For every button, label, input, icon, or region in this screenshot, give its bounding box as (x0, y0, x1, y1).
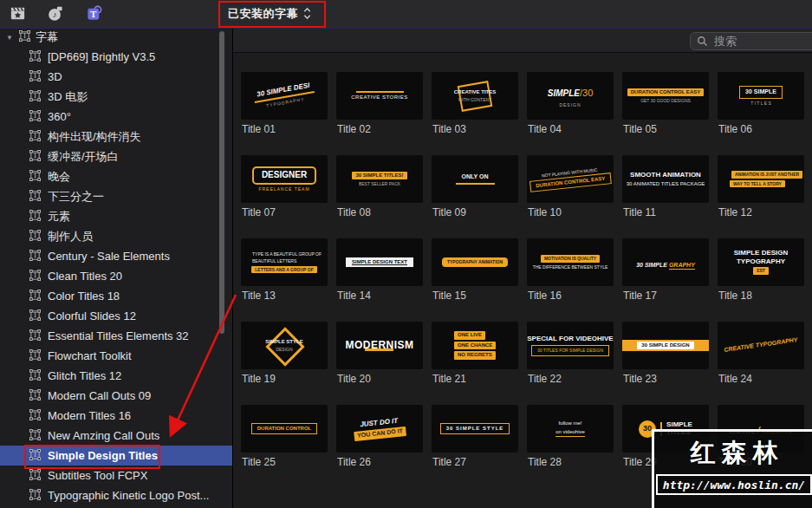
title-thumbnail[interactable]: TYPE IS A BEAUTIFUL GROUP OFBEAUTIFUL LE… (241, 238, 328, 286)
sidebar-root-label: 字幕 (36, 29, 58, 45)
titles-generators-browser-icon[interactable]: T (82, 3, 105, 25)
title-thumbnail[interactable]: CREATIVE TYPOGRAPHY (718, 322, 804, 369)
title-thumbnail[interactable]: DURATION CONTROL EASYGET 30 GOOD DESIGNS (622, 72, 709, 120)
sidebar-item-label: Clean Titles 20 (48, 270, 122, 283)
title-thumbnail[interactable]: 30 SIMPLE TITLES!BEST SELLER PACK (336, 155, 423, 203)
sidebar-item[interactable]: TColorful Slides 12 (0, 306, 232, 326)
title-thumbnail[interactable]: ONE LIVEONE CHANCENO REGRETS (432, 322, 518, 369)
effects-browser-icon[interactable] (6, 3, 29, 25)
title-thumbnail[interactable]: 30 SIMPLE DESITYPOGRAPHY (241, 72, 328, 120)
svg-text:♪: ♪ (52, 10, 56, 19)
title-label: Title 14 (337, 290, 423, 302)
sidebar-item[interactable]: TFlowchart Toolkit (0, 346, 232, 366)
title-thumbnail[interactable]: TYPOGRAPHY ANIMATION (432, 238, 518, 286)
disclosure-triangle-icon[interactable]: ▼ (6, 34, 14, 42)
title-label: Title 20 (337, 373, 423, 385)
svg-text:T: T (33, 52, 37, 60)
sidebar-item[interactable]: T3D 电影 (0, 87, 232, 107)
sidebar-item[interactable]: TColor Titles 18 (0, 286, 232, 306)
sidebar-item[interactable]: T缓冲器/开场白 (0, 147, 232, 166)
title-thumbnail[interactable]: NOT PLAYING WITH MUSICDURATION CONTROL E… (527, 155, 614, 203)
thumbnail-design: 30 SIMPLET I T L E S (718, 72, 804, 120)
svg-text:T: T (33, 471, 37, 479)
sidebar-item[interactable]: T360° (0, 107, 232, 127)
sidebar-item[interactable]: T制作人员 (0, 226, 232, 246)
title-label: Title 06 (718, 123, 804, 135)
thumbnail-design: 30 SIMPLE TITLES!BEST SELLER PACK (336, 155, 423, 203)
sidebar-item[interactable]: T下三分之一 (0, 186, 232, 206)
svg-text:T: T (33, 411, 37, 419)
sidebar-item[interactable]: TModern Titles 16 (0, 406, 232, 426)
thumbnail-art: CREATIVE TITES (454, 89, 497, 96)
title-tile: MOTIVATION IS QUALITYTHE DIFFERENCE BETW… (527, 238, 614, 302)
title-label: Title 27 (432, 456, 518, 468)
thumbnail-art-part: 30 SIMPLE (636, 262, 669, 268)
sidebar-item-label: Color Titles 18 (48, 290, 120, 303)
title-thumbnail[interactable]: SIMPLE DESIGNTYPOGRAPHYEST (718, 238, 804, 286)
title-thumbnail[interactable]: DESIGNERFREELANCE TEAM (241, 155, 328, 203)
sidebar-item[interactable]: T晚会 (0, 166, 232, 186)
search-input[interactable] (712, 34, 794, 49)
search-field[interactable] (690, 32, 812, 50)
thumbnail-art: TYPOGRAPHY ANIMATION (442, 257, 508, 266)
sidebar-item[interactable]: TGlitch Titles 12 (0, 366, 232, 386)
sidebar-item[interactable]: T构件出现/构件消失 (0, 127, 232, 147)
title-thumbnail[interactable]: MOTIVATION IS QUALITYTHE DIFFERENCE BETW… (527, 238, 614, 286)
title-thumbnail[interactable]: follow me!on videohive (527, 405, 614, 453)
svg-text:T: T (33, 172, 37, 179)
sidebar-item[interactable]: TClean Titles 20 (0, 266, 232, 286)
sidebar-item[interactable]: TEssential Titles Elements 32 (0, 326, 232, 346)
title-label: Title 19 (242, 373, 328, 385)
sidebar-item[interactable]: T元素 (0, 206, 232, 226)
installed-titles-dropdown-label: 已安装的字幕 (228, 6, 298, 22)
title-thumbnail[interactable]: SIMPLE/30DESIGN (527, 72, 614, 120)
sidebar-item[interactable]: TModern Call Outs 09 (0, 386, 232, 406)
title-thumbnail[interactable]: 30 SIMPLET I T L E S (718, 72, 804, 120)
title-thumbnail[interactable]: 30 SIMPLE DESIGN (622, 322, 709, 369)
title-thumbnail[interactable]: SIMPLE STYLEDESIGN (241, 322, 328, 369)
title-tile: SPECIAL FOR VIDEOHIVE30 TITLES FOR SIMPL… (527, 322, 614, 385)
thumbnail-design: SIMPLE DESIGN TEXT (336, 238, 423, 286)
installed-titles-dropdown[interactable]: 已安装的字幕 (223, 3, 316, 24)
title-tile: DURATION CONTROL EASYGET 30 GOOD DESIGNS… (622, 72, 709, 135)
title-thumbnail[interactable]: JUST DO ITYOU CAN DO IT (336, 405, 423, 453)
thumbnail-art: ONLY ON (461, 173, 488, 181)
sidebar-item[interactable]: T3D (0, 67, 232, 87)
sidebar-item[interactable]: TSubtitles Tool FCPX (0, 466, 232, 485)
thumbnail-design: 30 SIMPLE STYLE (432, 405, 518, 453)
titles-category-icon: T (29, 448, 41, 464)
title-thumbnail[interactable]: SMOOTH ANIMATION30 ANIMATED TITLES PACKA… (622, 155, 709, 203)
title-tile: 30 SIMPLE TITLES!BEST SELLER PACKTitle 0… (336, 155, 423, 218)
title-thumbnail[interactable]: CREATIVE TITESWITH CONTENT (432, 72, 518, 120)
sidebar-item[interactable]: TCentury - Sale Elements (0, 246, 232, 266)
title-label: Title 21 (432, 373, 518, 385)
svg-text:T: T (33, 351, 37, 359)
sidebar-item[interactable]: TNew Amzing Call Outs (0, 426, 232, 446)
title-thumbnail[interactable]: SIMPLE DESIGN TEXT (336, 238, 423, 286)
titles-category-icon: T (29, 329, 41, 344)
svg-text:T: T (33, 331, 37, 339)
svg-text:T: T (33, 291, 37, 299)
title-thumbnail[interactable]: 30 SIMPLE GRAPHY (622, 238, 709, 286)
thumbnail-design: CREATIVE STORIES (336, 72, 423, 120)
svg-text:T: T (33, 132, 37, 140)
title-thumbnail[interactable]: DURATION CONTROL (241, 405, 328, 453)
thumbnail-art: FREELANCE TEAM (258, 186, 309, 192)
title-thumbnail[interactable]: CREATIVE STORIES (336, 72, 423, 120)
sidebar-item[interactable]: T[DP669] Brightly V3.5 (0, 47, 232, 67)
title-thumbnail[interactable]: 30 SIMPLE STYLE (432, 405, 518, 453)
titles-category-icon: T (29, 309, 41, 324)
sidebar-scrollbar-thumb[interactable] (219, 31, 224, 334)
sidebar-item[interactable]: TTypographic Kinetic Logo Post... (0, 485, 232, 505)
thumbnail-art: CREATIVE TYPOGRAPHY (724, 336, 798, 355)
sidebar-item-simple-design-titles[interactable]: TSimple Design Titles (0, 446, 232, 466)
sidebar-root-titles[interactable]: ▼ T 字幕 (0, 29, 232, 46)
title-thumbnail[interactable]: ONLY ON (432, 155, 518, 203)
title-thumbnail[interactable]: SPECIAL FOR VIDEOHIVE30 TITLES FOR SIMPL… (527, 322, 614, 369)
title-thumbnail[interactable]: MODERNISM (336, 322, 423, 369)
title-label: Title 22 (528, 373, 614, 385)
title-thumbnail[interactable]: ANIMATION IS JUST ANOTHERWAY TO TELL A S… (718, 155, 804, 203)
sidebar-item-label: Simple Design Titles (48, 449, 158, 462)
photos-audio-browser-icon[interactable]: ♪ (43, 3, 66, 25)
titles-category-icon: T (29, 269, 41, 284)
